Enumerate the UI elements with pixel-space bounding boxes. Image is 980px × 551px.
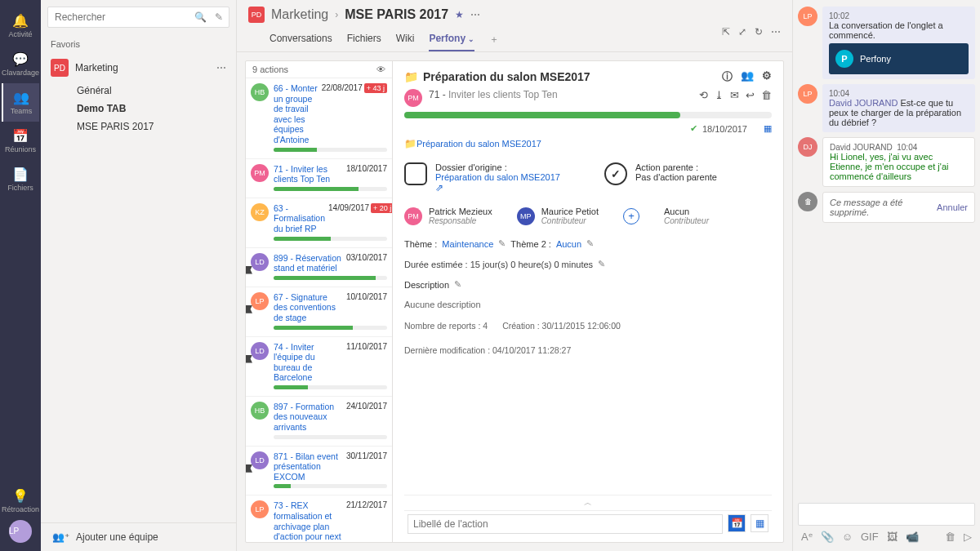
emoji-icon[interactable]: ☺ bbox=[842, 531, 853, 543]
channel-tabs: ConversationsFichiersWikiPerfony ⌄ ＋ ⇱ ⤢… bbox=[237, 23, 792, 52]
mail-icon[interactable]: ✉ bbox=[730, 89, 739, 101]
avatar: HB bbox=[251, 83, 269, 101]
trash-icon[interactable]: 🗑 bbox=[761, 89, 772, 101]
team-row-marketing[interactable]: PD Marketing ⋯ bbox=[41, 54, 236, 82]
qr-icon[interactable]: ▦ bbox=[764, 123, 772, 134]
expand-chat-icon[interactable]: ⇱ bbox=[722, 26, 730, 38]
folder-outline-icon bbox=[404, 162, 427, 185]
calendar-icon[interactable]: 📅 bbox=[728, 514, 746, 532]
external-link-icon[interactable]: ⇗ bbox=[435, 182, 560, 193]
rail-item-activité[interactable]: 🔔Activité bbox=[2, 7, 39, 45]
check-circle-icon bbox=[604, 162, 627, 185]
chat-message[interactable]: 10:02 La conversation de l'onglet a comm… bbox=[822, 7, 975, 79]
sticker-icon[interactable]: 🖼 bbox=[887, 531, 898, 543]
avatar: LP bbox=[798, 84, 817, 104]
more-icon[interactable]: ⋯ bbox=[216, 62, 226, 73]
folder-title-row: 📁 Préparation du salon MSE2017 ⓘ 👥 ⚙ bbox=[404, 69, 772, 89]
due-date: 18/10/2017 bbox=[702, 124, 747, 134]
avatar: LP bbox=[251, 500, 269, 518]
channel-item[interactable]: MSE PARIS 2017 bbox=[41, 118, 236, 136]
pencil-icon[interactable]: ✎ bbox=[598, 259, 605, 269]
tab-conversations[interactable]: Conversations bbox=[270, 28, 332, 51]
action-row[interactable]: LD871 - Bilan event présentation EXCOM30… bbox=[246, 447, 392, 496]
chat-message[interactable]: David JOURAND 10:04 Hi Lionel, yes, j'ai… bbox=[822, 137, 975, 187]
people-icon[interactable]: 👥 bbox=[741, 69, 754, 84]
chat-toolbar: Aᵉ 📎 ☺ GIF 🖼 📹 🗑 ▷ bbox=[798, 529, 975, 544]
folder-title: Préparation du salon MSE2017 bbox=[423, 70, 590, 83]
folder-icon: 📁 bbox=[404, 138, 416, 149]
info-icon[interactable]: ⓘ bbox=[722, 69, 733, 84]
grid-icon[interactable]: ▦ bbox=[751, 514, 768, 532]
refresh-icon[interactable]: ↻ bbox=[755, 26, 763, 38]
rail-item-fichiers[interactable]: 📄Fichiers bbox=[2, 160, 39, 198]
refresh-icon[interactable]: ⟲ bbox=[699, 89, 708, 101]
add-tab-button[interactable]: ＋ bbox=[489, 28, 499, 51]
format-icon[interactable]: Aᵉ bbox=[801, 531, 813, 543]
action-row[interactable]: HB897 - Formation des nouveaux arrivants… bbox=[246, 397, 392, 447]
folder-icon: 📁 bbox=[404, 70, 418, 83]
meet-icon[interactable]: 📹 bbox=[906, 531, 919, 543]
reply-icon[interactable]: ↩ bbox=[746, 89, 755, 101]
download-icon[interactable]: ⤓ bbox=[715, 89, 724, 101]
search-box: 🔍 ✎ bbox=[47, 7, 229, 28]
perfony-card[interactable]: P Perfony bbox=[829, 43, 969, 74]
attach-icon[interactable]: 📎 bbox=[821, 531, 834, 543]
channel-item[interactable]: Général bbox=[41, 82, 236, 100]
fullscreen-icon[interactable]: ⤢ bbox=[738, 26, 746, 38]
favorite-star-icon[interactable]: ★ bbox=[455, 9, 464, 20]
pencil-icon[interactable]: ✎ bbox=[454, 279, 461, 290]
theme-link[interactable]: Maintenance bbox=[442, 239, 493, 249]
search-icon[interactable]: 🔍 bbox=[194, 11, 207, 23]
avatar: LD bbox=[251, 451, 269, 469]
rail-feedback[interactable]: 💡Rétroaction bbox=[0, 482, 41, 520]
avatar: PM bbox=[251, 164, 269, 182]
actions-list[interactable]: HB66 - Monter un groupe de travail avec … bbox=[246, 78, 392, 542]
avatar: LP bbox=[251, 292, 269, 310]
action-row[interactable]: PM71 - Inviter les clients Top Ten18/10/… bbox=[246, 159, 392, 198]
trash-icon[interactable]: 🗑 bbox=[945, 531, 956, 543]
chat-message[interactable]: 10:04 David JOURAND Est-ce que tu peux t… bbox=[822, 84, 975, 132]
pencil-icon[interactable]: ✎ bbox=[498, 238, 506, 249]
origin-folder-link[interactable]: Préparation du salon MSE2017 bbox=[435, 172, 560, 182]
add-contributor-button[interactable]: + bbox=[623, 208, 639, 224]
undo-link[interactable]: Annuler bbox=[937, 202, 968, 212]
pencil-icon[interactable]: ✎ bbox=[586, 238, 594, 249]
collapse-chevron-icon[interactable]: ︿ bbox=[404, 495, 772, 510]
theme2-link[interactable]: Aucun bbox=[556, 239, 581, 249]
team-name: Marketing bbox=[75, 62, 118, 73]
progress-bar[interactable] bbox=[404, 112, 772, 118]
avatar: KZ bbox=[251, 203, 269, 221]
crumb-team[interactable]: Marketing bbox=[271, 7, 328, 22]
action-row[interactable]: KZ63 - Formalisation du brief RP14/09/20… bbox=[246, 198, 392, 248]
rail-item-réunions[interactable]: 📅Réunions bbox=[2, 122, 39, 160]
detail-breadcrumb[interactable]: Préparation du salon MSE2017 bbox=[416, 139, 541, 149]
perfony-content: 9 actions 👁 HB66 - Monter un groupe de t… bbox=[245, 60, 784, 543]
rail-item-teams[interactable]: 👥Teams bbox=[2, 83, 39, 122]
eye-icon[interactable]: 👁 bbox=[376, 64, 385, 74]
action-label-input[interactable] bbox=[408, 514, 723, 534]
user-avatar[interactable]: LP bbox=[9, 520, 32, 543]
more-icon[interactable]: ⋯ bbox=[771, 26, 781, 38]
send-icon[interactable]: ▷ bbox=[964, 531, 972, 543]
avatar: LD bbox=[251, 253, 269, 271]
avatar: MP bbox=[517, 207, 535, 225]
tab-fichiers[interactable]: Fichiers bbox=[347, 28, 381, 51]
action-row[interactable]: LP67 - Signature des conventions de stag… bbox=[246, 287, 392, 337]
action-row[interactable]: LP73 - REX formalisation et archivage pl… bbox=[246, 495, 392, 542]
gear-icon[interactable]: ⚙ bbox=[762, 69, 772, 84]
action-row[interactable]: LD899 - Réservation stand et matériel03/… bbox=[246, 248, 392, 287]
more-icon[interactable]: ⋯ bbox=[470, 9, 480, 20]
channel-item[interactable]: Demo TAB bbox=[41, 100, 236, 118]
add-team-button[interactable]: 👥⁺ Ajouter une équipe bbox=[41, 522, 236, 551]
compose-icon[interactable]: ✎ bbox=[215, 11, 223, 23]
gif-icon[interactable]: GIF bbox=[861, 531, 879, 543]
action-row[interactable]: LD74 - Inviter l'équipe du bureau de Bar… bbox=[246, 337, 392, 397]
action-row[interactable]: HB66 - Monter un groupe de travail avec … bbox=[246, 78, 392, 159]
conversation-panel: LP 10:02 La conversation de l'onglet a c… bbox=[792, 0, 980, 551]
avatar: DJ bbox=[798, 137, 817, 157]
actions-count: 9 actions 👁 bbox=[246, 61, 392, 78]
chat-input[interactable] bbox=[798, 503, 975, 526]
rail-item-clavardage[interactable]: 💬Clavardage bbox=[2, 45, 39, 83]
tab-perfony[interactable]: Perfony ⌄ bbox=[429, 28, 474, 51]
tab-wiki[interactable]: Wiki bbox=[396, 28, 415, 51]
